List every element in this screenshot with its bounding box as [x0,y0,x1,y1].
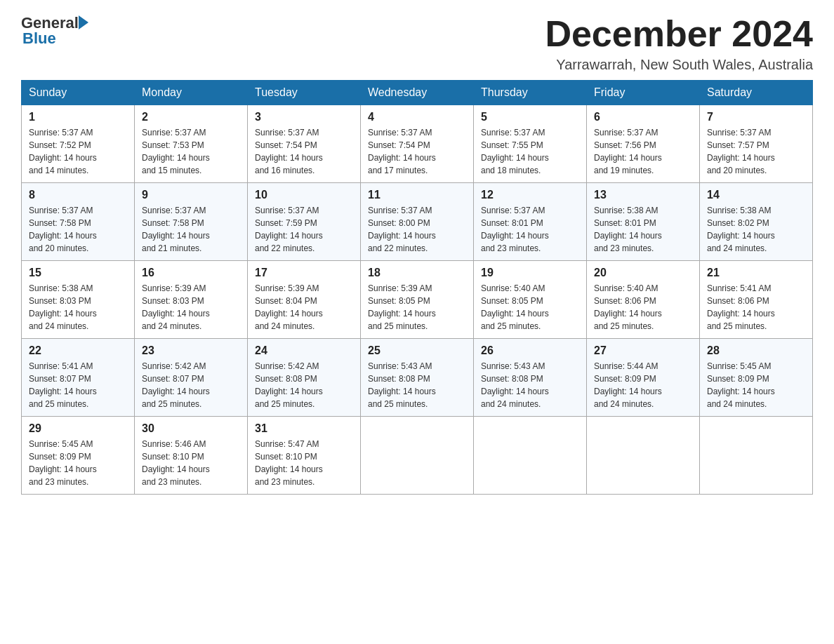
day-info: Sunrise: 5:43 AMSunset: 8:08 PMDaylight:… [481,360,579,410]
day-info: Sunrise: 5:37 AMSunset: 8:00 PMDaylight:… [368,204,466,255]
calendar-week-row: 22Sunrise: 5:41 AMSunset: 8:07 PMDayligh… [22,339,813,417]
day-info: Sunrise: 5:47 AMSunset: 8:10 PMDaylight:… [255,438,353,488]
day-info: Sunrise: 5:39 AMSunset: 8:05 PMDaylight:… [368,282,466,333]
calendar-day-cell: 4Sunrise: 5:37 AMSunset: 7:54 PMDaylight… [361,105,474,183]
day-info: Sunrise: 5:41 AMSunset: 8:06 PMDaylight:… [707,282,805,333]
calendar-day-cell: 17Sunrise: 5:39 AMSunset: 8:04 PMDayligh… [248,261,361,339]
calendar-day-cell: 10Sunrise: 5:37 AMSunset: 7:59 PMDayligh… [248,183,361,261]
day-info: Sunrise: 5:45 AMSunset: 8:09 PMDaylight:… [707,360,805,410]
day-number: 21 [707,267,805,279]
day-info: Sunrise: 5:42 AMSunset: 8:07 PMDaylight:… [142,360,240,410]
day-number: 31 [255,422,353,435]
day-info: Sunrise: 5:37 AMSunset: 7:55 PMDaylight:… [481,126,579,177]
day-number: 27 [594,344,692,357]
calendar-table: SundayMondayTuesdayWednesdayThursdayFrid… [21,80,813,495]
day-number: 28 [707,344,805,357]
day-number: 12 [481,189,579,201]
weekday-header-friday: Friday [587,81,700,105]
calendar-day-cell: 5Sunrise: 5:37 AMSunset: 7:55 PMDaylight… [474,105,587,183]
calendar-day-cell: 24Sunrise: 5:42 AMSunset: 8:08 PMDayligh… [248,339,361,417]
day-info: Sunrise: 5:37 AMSunset: 8:01 PMDaylight:… [481,204,579,255]
day-number: 29 [29,422,127,435]
day-number: 2 [142,111,240,123]
day-number: 14 [707,189,805,201]
calendar-header-row: SundayMondayTuesdayWednesdayThursdayFrid… [22,81,813,105]
day-info: Sunrise: 5:37 AMSunset: 7:54 PMDaylight:… [255,126,353,177]
day-number: 19 [481,267,579,279]
weekday-header-monday: Monday [135,81,248,105]
day-number: 18 [368,267,466,279]
weekday-header-tuesday: Tuesday [248,81,361,105]
calendar-day-cell: 31Sunrise: 5:47 AMSunset: 8:10 PMDayligh… [248,417,361,495]
calendar-day-cell: 16Sunrise: 5:39 AMSunset: 8:03 PMDayligh… [135,261,248,339]
day-info: Sunrise: 5:39 AMSunset: 8:04 PMDaylight:… [255,282,353,333]
day-info: Sunrise: 5:40 AMSunset: 8:06 PMDaylight:… [594,282,692,333]
day-info: Sunrise: 5:46 AMSunset: 8:10 PMDaylight:… [142,438,240,488]
day-info: Sunrise: 5:37 AMSunset: 7:56 PMDaylight:… [594,126,692,177]
day-number: 6 [594,111,692,123]
calendar-day-cell: 2Sunrise: 5:37 AMSunset: 7:53 PMDaylight… [135,105,248,183]
day-info: Sunrise: 5:37 AMSunset: 7:53 PMDaylight:… [142,126,240,177]
calendar-week-row: 1Sunrise: 5:37 AMSunset: 7:52 PMDaylight… [22,105,813,183]
day-number: 15 [29,267,127,279]
page-header: General Blue December 2024 Yarrawarrah, … [21,14,813,73]
title-section: December 2024 Yarrawarrah, New South Wal… [545,14,813,73]
calendar-day-cell: 13Sunrise: 5:38 AMSunset: 8:01 PMDayligh… [587,183,700,261]
weekday-header-saturday: Saturday [700,81,813,105]
calendar-day-cell: 18Sunrise: 5:39 AMSunset: 8:05 PMDayligh… [361,261,474,339]
calendar-week-row: 8Sunrise: 5:37 AMSunset: 7:58 PMDaylight… [22,183,813,261]
day-number: 24 [255,344,353,357]
day-number: 26 [481,344,579,357]
calendar-day-cell: 8Sunrise: 5:37 AMSunset: 7:58 PMDaylight… [22,183,135,261]
calendar-day-cell: 29Sunrise: 5:45 AMSunset: 8:09 PMDayligh… [22,417,135,495]
day-number: 13 [594,189,692,201]
day-number: 11 [368,189,466,201]
location-subtitle: Yarrawarrah, New South Wales, Australia [545,57,813,73]
day-number: 4 [368,111,466,123]
day-info: Sunrise: 5:41 AMSunset: 8:07 PMDaylight:… [29,360,127,410]
calendar-day-cell: 30Sunrise: 5:46 AMSunset: 8:10 PMDayligh… [135,417,248,495]
day-info: Sunrise: 5:40 AMSunset: 8:05 PMDaylight:… [481,282,579,333]
calendar-day-cell: 20Sunrise: 5:40 AMSunset: 8:06 PMDayligh… [587,261,700,339]
calendar-day-cell [474,417,587,495]
calendar-day-cell: 12Sunrise: 5:37 AMSunset: 8:01 PMDayligh… [474,183,587,261]
logo: General Blue [21,14,88,48]
calendar-day-cell: 28Sunrise: 5:45 AMSunset: 8:09 PMDayligh… [700,339,813,417]
calendar-day-cell: 25Sunrise: 5:43 AMSunset: 8:08 PMDayligh… [361,339,474,417]
day-info: Sunrise: 5:42 AMSunset: 8:08 PMDaylight:… [255,360,353,410]
calendar-day-cell: 26Sunrise: 5:43 AMSunset: 8:08 PMDayligh… [474,339,587,417]
calendar-day-cell: 3Sunrise: 5:37 AMSunset: 7:54 PMDaylight… [248,105,361,183]
day-number: 5 [481,111,579,123]
day-info: Sunrise: 5:38 AMSunset: 8:03 PMDaylight:… [29,282,127,333]
calendar-day-cell: 22Sunrise: 5:41 AMSunset: 8:07 PMDayligh… [22,339,135,417]
day-info: Sunrise: 5:44 AMSunset: 8:09 PMDaylight:… [594,360,692,410]
day-number: 10 [255,189,353,201]
day-number: 8 [29,189,127,201]
day-info: Sunrise: 5:37 AMSunset: 7:58 PMDaylight:… [142,204,240,255]
calendar-day-cell: 15Sunrise: 5:38 AMSunset: 8:03 PMDayligh… [22,261,135,339]
logo-blue-text: Blue [22,29,56,48]
day-info: Sunrise: 5:37 AMSunset: 7:54 PMDaylight:… [368,126,466,177]
calendar-week-row: 29Sunrise: 5:45 AMSunset: 8:09 PMDayligh… [22,417,813,495]
calendar-day-cell: 6Sunrise: 5:37 AMSunset: 7:56 PMDaylight… [587,105,700,183]
logo-arrow-icon [79,15,88,29]
day-info: Sunrise: 5:37 AMSunset: 7:52 PMDaylight:… [29,126,127,177]
day-number: 22 [29,344,127,357]
day-info: Sunrise: 5:37 AMSunset: 7:59 PMDaylight:… [255,204,353,255]
day-info: Sunrise: 5:45 AMSunset: 8:09 PMDaylight:… [29,438,127,488]
day-info: Sunrise: 5:38 AMSunset: 8:02 PMDaylight:… [707,204,805,255]
day-info: Sunrise: 5:43 AMSunset: 8:08 PMDaylight:… [368,360,466,410]
day-number: 30 [142,422,240,435]
day-info: Sunrise: 5:39 AMSunset: 8:03 PMDaylight:… [142,282,240,333]
weekday-header-wednesday: Wednesday [361,81,474,105]
calendar-day-cell: 7Sunrise: 5:37 AMSunset: 7:57 PMDaylight… [700,105,813,183]
calendar-week-row: 15Sunrise: 5:38 AMSunset: 8:03 PMDayligh… [22,261,813,339]
day-number: 1 [29,111,127,123]
day-number: 3 [255,111,353,123]
day-number: 16 [142,267,240,279]
day-number: 7 [707,111,805,123]
calendar-day-cell: 11Sunrise: 5:37 AMSunset: 8:00 PMDayligh… [361,183,474,261]
calendar-day-cell [587,417,700,495]
weekday-header-sunday: Sunday [22,81,135,105]
day-number: 20 [594,267,692,279]
